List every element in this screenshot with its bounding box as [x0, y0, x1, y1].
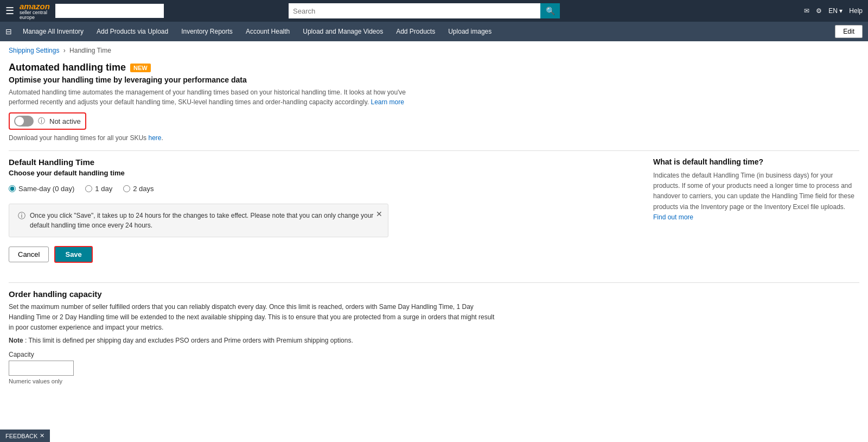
- button-row: Cancel Save: [9, 246, 631, 263]
- breadcrumb-parent[interactable]: Shipping Settings: [9, 47, 59, 54]
- capacity-input[interactable]: [9, 361, 74, 376]
- info-box: ⓘ Once you click "Save", it takes up to …: [9, 204, 388, 237]
- capacity-hint: Numeric values only: [9, 378, 859, 384]
- edit-button[interactable]: Edit: [835, 25, 863, 38]
- download-link[interactable]: here: [148, 134, 161, 142]
- region-label: europe: [20, 15, 50, 20]
- info-box-text: Once you click "Save", it takes up to 24…: [30, 211, 379, 230]
- sidebar-item-manage-inventory[interactable]: Manage All Inventory: [16, 22, 90, 41]
- sidebar-item-upload-videos[interactable]: Upload and Manage Videos: [296, 22, 390, 41]
- main-search-bar: 🔍: [289, 3, 560, 18]
- bookmark-icon[interactable]: ⊟: [5, 27, 12, 36]
- info-box-close-icon[interactable]: ✕: [376, 210, 382, 218]
- help-link[interactable]: Help: [849, 7, 863, 15]
- order-capacity-section: Order handling capacity Set the maximum …: [9, 289, 859, 384]
- radio-0day-label: Same-day (0 day): [18, 185, 74, 193]
- learn-more-link[interactable]: Learn more: [371, 98, 404, 106]
- breadcrumb-separator: ›: [63, 47, 66, 54]
- hamburger-icon[interactable]: ☰: [5, 5, 14, 17]
- toggle-knob: [15, 117, 24, 125]
- sidebar-item-account-health[interactable]: Account Health: [239, 22, 296, 41]
- secondary-navigation: ⊟ Manage All Inventory Add Products via …: [0, 22, 868, 41]
- logo-area: amazon seller central europe: [20, 2, 50, 20]
- find-out-more-link[interactable]: Find out more: [653, 213, 693, 221]
- radio-option-0day[interactable]: Same-day (0 day): [9, 185, 74, 193]
- top-navigation: ☰ amazon seller central europe 🔍 ✉ ⚙ EN …: [0, 0, 868, 22]
- capacity-description: Set the maximum number of seller fulfill…: [9, 302, 497, 333]
- two-column-layout: Default Handling Time Choose your defaul…: [9, 157, 859, 276]
- automated-handling-subtitle: Optimise your handling time by leveragin…: [9, 75, 859, 84]
- radio-group: Same-day (0 day) 1 day 2 days: [9, 185, 631, 193]
- radio-option-2days[interactable]: 2 days: [123, 185, 154, 193]
- divider: [9, 150, 859, 151]
- divider-2: [9, 282, 859, 283]
- sidebar-item-add-products-upload[interactable]: Add Products via Upload: [90, 22, 175, 41]
- capacity-title: Order handling capacity: [9, 289, 859, 299]
- default-handling-subtitle: Choose your default handling time: [9, 169, 631, 177]
- cancel-button[interactable]: Cancel: [9, 247, 49, 262]
- amazon-logo: amazon: [20, 2, 50, 10]
- sidebar-item-upload-images[interactable]: Upload images: [442, 22, 498, 41]
- main-column: Default Handling Time Choose your defaul…: [9, 157, 631, 276]
- radio-2days-label: 2 days: [133, 185, 154, 193]
- sidebar-title: What is default handling time?: [653, 157, 859, 166]
- active-toggle[interactable]: [14, 116, 34, 127]
- toggle-row: ⓘ Not active: [9, 112, 86, 130]
- save-button[interactable]: Save: [54, 246, 92, 263]
- small-search-box: [55, 4, 164, 18]
- radio-option-1day[interactable]: 1 day: [85, 185, 112, 193]
- capacity-note-label: Note: [9, 337, 23, 344]
- settings-icon[interactable]: ⚙: [816, 7, 822, 15]
- toggle-status-label: Not active: [49, 117, 81, 125]
- default-handling-title: Default Handling Time: [9, 157, 631, 167]
- capacity-note: Note : This limit is defined per shippin…: [9, 337, 859, 344]
- sidebar-item-inventory-reports[interactable]: Inventory Reports: [175, 22, 239, 41]
- automated-handling-title: Automated handling time NEW: [9, 62, 859, 73]
- breadcrumb-current: Handling Time: [69, 47, 111, 54]
- small-search-input[interactable]: [55, 4, 164, 18]
- radio-2days[interactable]: [123, 185, 130, 192]
- capacity-label: Capacity: [9, 351, 859, 358]
- info-icon: ⓘ: [38, 116, 45, 126]
- info-box-icon: ⓘ: [18, 211, 25, 221]
- mail-icon[interactable]: ✉: [804, 7, 809, 15]
- search-input[interactable]: [289, 3, 540, 18]
- radio-1day[interactable]: [85, 185, 92, 192]
- sidebar-description: Indicates the default Handling Time (in …: [653, 171, 859, 223]
- sidebar-item-add-products[interactable]: Add Products: [390, 22, 442, 41]
- nav-links: Manage All Inventory Add Products via Up…: [16, 22, 835, 41]
- radio-0day[interactable]: [9, 185, 16, 192]
- new-badge: NEW: [130, 64, 151, 72]
- automated-handling-desc: Automated handling time automates the ma…: [9, 87, 421, 107]
- search-button[interactable]: 🔍: [540, 3, 560, 18]
- capacity-note-text: : This limit is defined per shipping day…: [25, 337, 353, 344]
- sidebar-column: What is default handling time? Indicates…: [653, 157, 859, 276]
- language-selector[interactable]: EN ▾: [828, 7, 843, 15]
- radio-1day-label: 1 day: [95, 185, 112, 193]
- section-title-text: Automated handling time: [9, 62, 126, 73]
- download-text: Download your handling times for all you…: [9, 134, 859, 142]
- breadcrumb: Shipping Settings › Handling Time: [0, 41, 868, 56]
- main-content: Automated handling time NEW Optimise you…: [0, 56, 868, 390]
- top-nav-right: ✉ ⚙ EN ▾ Help: [804, 7, 863, 15]
